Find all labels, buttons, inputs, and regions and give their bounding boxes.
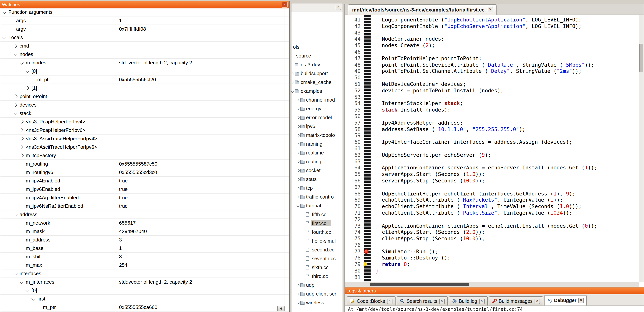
project-tree[interactable]: olssourcens-3-devbuildsupportcmake_cache… — [292, 3, 342, 312]
close-icon[interactable]: × — [578, 298, 584, 303]
watch-row[interactable]: first — [0, 295, 289, 303]
expand-arrow-icon[interactable] — [296, 143, 300, 146]
expand-arrow-icon[interactable] — [14, 103, 18, 107]
tree-item[interactable]: naming — [292, 140, 342, 148]
tree-item[interactable]: cmake_cache — [292, 78, 342, 87]
close-icon[interactable]: × — [387, 298, 392, 304]
collapse-arrow-icon[interactable] — [20, 280, 24, 284]
watch-row[interactable]: nodes — [0, 50, 289, 59]
expand-arrow-icon[interactable] — [296, 152, 300, 155]
code-line[interactable]: 77 Simulator::Run (); — [345, 248, 639, 255]
expand-arrow-icon[interactable] — [292, 81, 294, 84]
watch-row[interactable]: m_interfacesstd::vector of length 2, cap… — [0, 278, 289, 286]
collapse-arrow-icon[interactable] — [14, 111, 18, 115]
close-icon[interactable]: × — [282, 2, 288, 7]
horizontal-scrollbar[interactable] — [345, 282, 639, 287]
expand-arrow-icon[interactable] — [296, 178, 300, 181]
tree-item[interactable]: stats — [292, 175, 342, 184]
code-line[interactable]: 68 UdpEchoClientHelper echoClient (inter… — [345, 190, 639, 197]
code-line[interactable]: 49 pointToPoint.SetChannelAttribute ("De… — [345, 68, 639, 75]
tree-item[interactable]: hello-simul — [292, 236, 342, 245]
tree-item[interactable]: source — [292, 51, 342, 60]
code-line[interactable]: 72 — [345, 216, 639, 222]
tree-item[interactable]: second.cc — [292, 245, 342, 254]
expand-arrow-icon[interactable] — [14, 44, 18, 48]
watches-titlebar[interactable]: Watches × — [0, 1, 289, 8]
collapse-arrow-icon[interactable] — [26, 289, 30, 292]
watch-row[interactable]: stack — [0, 109, 289, 118]
watch-row[interactable]: m_ipv6Enabledtrue — [0, 185, 289, 193]
watch-row[interactable]: m_address3 — [0, 236, 289, 244]
logs-titlebar[interactable]: Logs & others — [345, 288, 644, 294]
code-line[interactable]: 50 — [345, 74, 639, 81]
tree-item[interactable]: third.cc — [292, 272, 342, 281]
tree-item[interactable]: routing — [292, 157, 342, 166]
expand-arrow-icon[interactable] — [296, 195, 300, 199]
expand-arrow-icon[interactable] — [26, 86, 30, 90]
tree-item[interactable]: traffic-contro — [292, 192, 342, 201]
tree-item[interactable]: tcp — [292, 184, 342, 192]
close-icon[interactable]: × — [534, 298, 540, 304]
expand-arrow-icon[interactable] — [296, 169, 300, 172]
code-line[interactable]: 52 devices = pointToPoint.Install (nodes… — [345, 87, 639, 94]
watch-row[interactable]: [1] — [0, 84, 289, 92]
code-line[interactable]: 74 clientApps.Start (Seconds (2.0)); — [345, 229, 639, 236]
watch-row[interactable]: m_tcpFactory — [0, 152, 289, 160]
code-line[interactable]: 71 echoClient.SetAttribute ("PacketSize"… — [345, 210, 639, 216]
collapse-arrow-icon[interactable] — [14, 52, 18, 56]
code-line[interactable]: 44 NodeContainer nodes; — [345, 36, 639, 42]
close-icon[interactable]: × — [479, 298, 484, 304]
expand-arrow-icon[interactable] — [20, 154, 24, 157]
watch-row[interactable]: Locals — [0, 33, 289, 42]
tree-item[interactable]: energy — [292, 104, 342, 113]
code-line[interactable]: 41 LogComponentEnable ("UdpEchoClientApp… — [345, 16, 639, 23]
expand-arrow-icon[interactable] — [20, 145, 24, 149]
collapse-arrow-icon[interactable] — [14, 213, 18, 216]
code-line[interactable]: 54 InternetStackHelper stack; — [345, 100, 639, 107]
code-line[interactable]: 55 stack.Install (nodes); — [345, 107, 639, 113]
watch-row[interactable]: m_mask4294967040 — [0, 227, 289, 236]
tree-item[interactable]: udp-client-ser — [292, 289, 342, 298]
tree-item[interactable]: ols — [292, 42, 342, 51]
code-line[interactable]: 65 serverApps.Start (Seconds (1.0)); — [345, 171, 639, 177]
collapse-arrow-icon[interactable] — [296, 204, 300, 208]
expand-arrow-icon[interactable] — [20, 137, 24, 141]
code-line[interactable]: 79 return 0; — [345, 261, 639, 268]
expand-arrow-icon[interactable] — [296, 99, 300, 102]
tree-item[interactable]: socket — [292, 166, 342, 175]
tree-item[interactable]: udp — [292, 281, 342, 289]
code-line[interactable]: 58 address.SetBase ("10.1.1.0", "255.255… — [345, 126, 639, 133]
watch-row[interactable]: m_ipv4ArpJitterEnabledtrue — [0, 193, 289, 202]
code-line[interactable]: 42 LogComponentEnable ("UdpEchoServerApp… — [345, 23, 639, 29]
vertical-scrollbar-thumb[interactable] — [640, 44, 643, 72]
code-line[interactable]: 73 ApplicationContainer clientApps = ech… — [345, 222, 639, 229]
tree-item[interactable]: matrix-topolo — [292, 131, 342, 140]
tree-item[interactable]: ipv6 — [292, 122, 342, 131]
tree-item[interactable]: seventh.cc — [292, 254, 342, 263]
code-line[interactable]: 57 Ipv4AddressHelper address; — [345, 120, 639, 126]
close-icon[interactable]: × — [439, 298, 444, 304]
watch-row[interactable]: address — [0, 210, 289, 219]
expand-arrow-icon[interactable] — [20, 128, 24, 132]
watch-row[interactable]: m_ptr0x55555556cf20 — [0, 76, 289, 84]
tree-item[interactable]: fourth.cc — [292, 228, 342, 236]
code-line[interactable]: 67 — [345, 184, 639, 190]
watch-row[interactable]: m_network655617 — [0, 219, 289, 227]
code-line[interactable]: 46 — [345, 49, 639, 55]
code-line[interactable]: 53 — [345, 94, 639, 100]
code-line[interactable]: 64 ApplicationContainer serverApps = ech… — [345, 165, 639, 171]
tab-debugger[interactable]: Debugger× — [544, 295, 587, 306]
watch-row[interactable]: <ns3::AsciiTraceHelperForIpv6> — [0, 143, 289, 152]
watch-row[interactable]: m_ipv4Enabledtrue — [0, 177, 289, 185]
breakpoint-icon[interactable] — [364, 249, 369, 254]
tree-item[interactable]: error-model — [292, 113, 342, 122]
expand-arrow-icon[interactable] — [14, 95, 18, 98]
expand-arrow-icon[interactable] — [296, 116, 300, 119]
code-line[interactable]: 47 PointToPointHelper pointToPoint; — [345, 55, 639, 62]
code-line[interactable]: 62 UdpEchoServerHelper echoServer (9); — [345, 152, 639, 158]
watch-row[interactable]: Function arguments — [0, 8, 289, 16]
watch-row[interactable]: interfaces — [0, 270, 289, 278]
scroll-left-stepper[interactable] — [277, 306, 284, 311]
watch-row[interactable]: [0] — [0, 286, 289, 295]
watch-row[interactable]: cmd — [0, 42, 289, 50]
